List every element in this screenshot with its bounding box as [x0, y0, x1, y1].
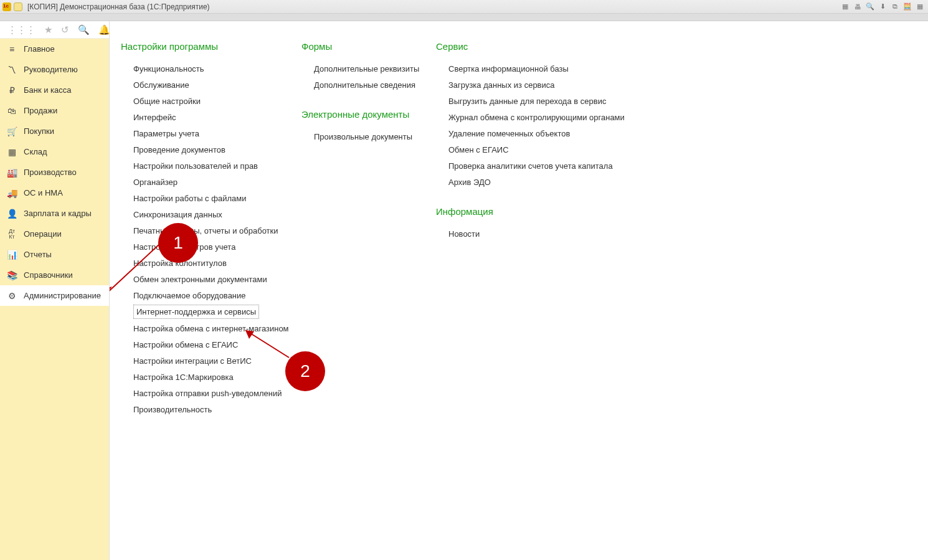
sidebar-item-catalogs[interactable]: 📚 Справочники: [0, 265, 109, 285]
sidebar-item-label: Банк и касса: [24, 85, 72, 95]
col-forms-edocs: Формы Дополнительные реквизиты Дополните…: [301, 41, 436, 417]
sidebar-item-assets[interactable]: 🚚 ОС и НМА: [0, 183, 109, 203]
sidebar-item-label: Руководителю: [24, 65, 78, 74]
books-icon: 📚: [6, 270, 17, 280]
col-service-info: Сервис Свертка информационной базы Загру…: [436, 41, 635, 417]
factory-icon: 🏭: [6, 168, 17, 178]
link-data-sync[interactable]: Синхронизация данных: [133, 206, 301, 222]
window-title: [КОПИЯ] Демонстрационная база (1С:Предпр…: [27, 2, 210, 11]
link-organizer[interactable]: Органайзер: [133, 174, 301, 190]
secondary-toolbar: [0, 14, 928, 21]
main-content: Настройки программы Функциональность Обс…: [110, 21, 928, 560]
apps-icon[interactable]: ⋮⋮⋮: [7, 25, 36, 34]
link-maintenance[interactable]: Обслуживание: [133, 77, 301, 93]
link-edo-archive[interactable]: Архив ЭДО: [448, 174, 635, 190]
tb-print-icon[interactable]: 🖶: [852, 2, 863, 12]
link-capital-analytics[interactable]: Проверка аналитики счетов учета капитала: [448, 158, 635, 174]
sidebar-item-reports[interactable]: 📊 Отчеты: [0, 244, 109, 265]
link-db-rollup[interactable]: Свертка информационной базы: [448, 60, 635, 77]
link-news[interactable]: Новости: [448, 225, 635, 242]
tb-grid-icon[interactable]: ▦: [840, 2, 851, 12]
sidebar-item-main[interactable]: ≡ Главное: [0, 39, 109, 59]
sidebar-item-sales[interactable]: 🛍 Продажи: [0, 100, 109, 121]
link-delete-marked[interactable]: Удаление помеченных объектов: [448, 125, 635, 141]
link-regulator-exchange-log[interactable]: Журнал обмена с контролирующими органами: [448, 109, 635, 125]
section-title: Формы: [301, 41, 436, 52]
sidebar-item-label: Справочники: [24, 270, 73, 280]
link-general-settings[interactable]: Общие настройки: [133, 93, 301, 109]
sidebar-item-purchases[interactable]: 🛒 Покупки: [0, 121, 109, 141]
link-additional-info[interactable]: Дополнительные сведения: [314, 77, 436, 93]
svg-marker-1: [110, 287, 112, 294]
link-performance[interactable]: Производительность: [133, 401, 301, 417]
sidebar-tool-strip: ⋮⋮⋮ ★ ↺ 🔍 🔔: [0, 21, 109, 39]
sidebar-filler: [0, 306, 109, 560]
tb-compare-icon[interactable]: ⧉: [889, 2, 901, 12]
tb-download-icon[interactable]: ⬇: [877, 2, 888, 12]
sidebar-item-label: Производство: [24, 168, 77, 177]
link-registers[interactable]: Настройки регистров учета: [133, 239, 301, 255]
link-load-from-service[interactable]: Загрузка данных из сервиса: [448, 77, 635, 93]
col-program-settings: Настройки программы Функциональность Обс…: [121, 41, 301, 417]
link-export-to-service[interactable]: Выгрузить данные для перехода в сервис: [448, 93, 635, 109]
section-title: Информация: [436, 206, 635, 217]
sidebar-item-label: Отчеты: [24, 250, 52, 259]
nav-back-icon[interactable]: [14, 2, 22, 11]
link-internet-support[interactable]: Интернет-поддержка и сервисы: [133, 305, 259, 319]
sidebar-item-label: Склад: [24, 147, 47, 156]
link-list-program-settings: Функциональность Обслуживание Общие наст…: [121, 60, 301, 417]
link-vetis-integration[interactable]: Настройки интеграции с ВетИС: [133, 353, 301, 369]
person-icon: 👤: [6, 209, 17, 219]
dtkt-icon: ДтКт: [6, 229, 17, 240]
link-list-edocs: Произвольные документы: [301, 128, 436, 145]
section-title: Электронные документы: [301, 109, 436, 120]
link-push-notifications[interactable]: Настройка отправки push-уведомлений: [133, 385, 301, 401]
sidebar-item-operations[interactable]: ДтКт Операции: [0, 224, 109, 244]
gear-icon: ⚙: [6, 291, 17, 301]
sidebar-item-label: ОС и НМА: [24, 188, 63, 197]
window-titlebar: [КОПИЯ] Демонстрационная база (1С:Предпр…: [0, 0, 928, 14]
star-icon[interactable]: ★: [44, 25, 52, 34]
sidebar-item-label: Операции: [24, 229, 62, 239]
link-arbitrary-docs[interactable]: Произвольные документы: [314, 128, 436, 145]
titlebar-tools: ▦ 🖶 🔍 ⬇ ⧉ 🧮 ▦: [840, 2, 926, 12]
link-interface[interactable]: Интерфейс: [133, 109, 301, 125]
bars-icon: 📊: [6, 250, 17, 260]
sidebar-item-hr[interactable]: 👤 Зарплата и кадры: [0, 203, 109, 224]
sidebar-item-administration[interactable]: ⚙ Администрирование: [0, 285, 109, 306]
link-egais-exchange[interactable]: Настройки обмена с ЕГАИС: [133, 336, 301, 353]
link-users-rights[interactable]: Настройки пользователей и прав: [133, 158, 301, 174]
ruble-icon: ₽: [6, 85, 17, 95]
sidebar-item-bank[interactable]: ₽ Банк и касса: [0, 80, 109, 100]
link-egais-exchange2[interactable]: Обмен с ЕГАИС: [448, 141, 635, 158]
link-headers-footers[interactable]: Настройка колонтитулов: [133, 255, 301, 271]
search-icon[interactable]: 🔍: [78, 25, 90, 34]
link-accounting-params[interactable]: Параметры учета: [133, 125, 301, 141]
sidebar-item-production[interactable]: 🏭 Производство: [0, 162, 109, 183]
trend-icon: 〽: [6, 65, 17, 75]
history-icon[interactable]: ↺: [61, 25, 69, 34]
link-print-forms[interactable]: Печатные формы, отчеты и обработки: [133, 222, 301, 239]
link-connected-hw[interactable]: Подключаемое оборудование: [133, 287, 301, 303]
bag-icon: 🛍: [6, 106, 17, 116]
sidebar-nav: ≡ Главное 〽 Руководителю ₽ Банк и касса …: [0, 39, 109, 306]
sidebar-item-warehouse[interactable]: ▦ Склад: [0, 141, 109, 162]
link-edoc-exchange[interactable]: Обмен электронными документами: [133, 271, 301, 287]
sidebar-item-label: Зарплата и кадры: [24, 209, 92, 218]
link-list-info: Новости: [436, 225, 635, 242]
link-webstore-exchange[interactable]: Настройка обмена с интернет-магазином: [133, 320, 301, 336]
tb-docsearch-icon[interactable]: 🔍: [864, 2, 876, 12]
sidebar-item-label: Главное: [24, 44, 55, 54]
link-posting-docs[interactable]: Проведение документов: [133, 141, 301, 158]
link-additional-props[interactable]: Дополнительные реквизиты: [314, 60, 436, 77]
link-files-settings[interactable]: Настройки работы с файлами: [133, 190, 301, 206]
tb-calendar-icon[interactable]: ▦: [914, 2, 926, 12]
truck-icon: 🚚: [6, 188, 17, 198]
sidebar-item-manager[interactable]: 〽 Руководителю: [0, 59, 109, 80]
sidebar-item-label: Продажи: [24, 106, 57, 115]
link-functionality[interactable]: Функциональность: [133, 60, 301, 77]
bell-icon[interactable]: 🔔: [98, 25, 110, 34]
link-1c-marking[interactable]: Настройка 1С:Маркировка: [133, 369, 301, 385]
tb-calc-icon[interactable]: 🧮: [902, 2, 913, 12]
boxes-icon: ▦: [6, 147, 17, 157]
